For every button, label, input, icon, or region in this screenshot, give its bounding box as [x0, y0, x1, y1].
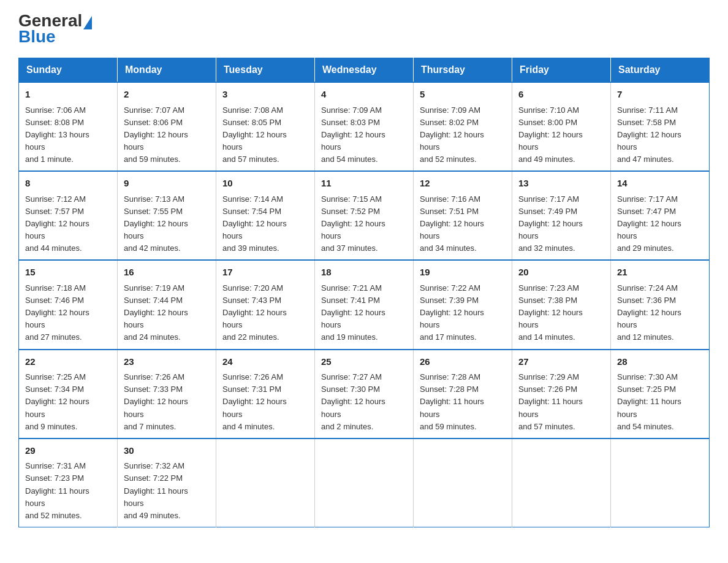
day-info: Sunrise: 7:13 AMSunset: 7:55 PMDaylight:… [124, 194, 188, 253]
day-info: Sunrise: 7:11 AMSunset: 7:58 PMDaylight:… [617, 105, 681, 164]
day-info: Sunrise: 7:32 AMSunset: 7:22 PMDaylight:… [124, 461, 188, 520]
header-monday: Monday [118, 58, 216, 83]
day-number: 27 [518, 355, 604, 369]
calendar-day-cell: 12 Sunrise: 7:16 AMSunset: 7:51 PMDaylig… [414, 171, 512, 260]
calendar-day-cell [315, 439, 414, 527]
day-info: Sunrise: 7:22 AMSunset: 7:39 PMDaylight:… [420, 283, 484, 342]
calendar-day-cell: 17 Sunrise: 7:20 AMSunset: 7:43 PMDaylig… [216, 260, 315, 349]
calendar-day-cell: 7 Sunrise: 7:11 AMSunset: 7:58 PMDayligh… [611, 82, 710, 171]
calendar-day-cell: 26 Sunrise: 7:28 AMSunset: 7:28 PMDaylig… [414, 350, 512, 439]
day-number: 16 [124, 266, 210, 280]
day-number: 23 [124, 355, 210, 369]
calendar-day-cell: 6 Sunrise: 7:10 AMSunset: 8:00 PMDayligh… [512, 82, 611, 171]
day-number: 30 [124, 444, 210, 458]
day-number: 2 [124, 88, 210, 102]
calendar-day-cell [414, 439, 512, 527]
calendar-day-cell: 2 Sunrise: 7:07 AMSunset: 8:06 PMDayligh… [118, 82, 216, 171]
calendar-day-cell: 22 Sunrise: 7:25 AMSunset: 7:34 PMDaylig… [19, 350, 118, 439]
calendar-day-cell: 29 Sunrise: 7:31 AMSunset: 7:23 PMDaylig… [19, 439, 118, 527]
day-number: 26 [420, 355, 506, 369]
calendar-day-cell: 10 Sunrise: 7:14 AMSunset: 7:54 PMDaylig… [216, 171, 315, 260]
day-info: Sunrise: 7:21 AMSunset: 7:41 PMDaylight:… [321, 283, 385, 342]
day-number: 6 [518, 88, 604, 102]
day-number: 1 [25, 88, 111, 102]
day-info: Sunrise: 7:15 AMSunset: 7:52 PMDaylight:… [321, 194, 385, 253]
calendar-day-cell [512, 439, 611, 527]
day-number: 28 [617, 355, 703, 369]
calendar-table: SundayMondayTuesdayWednesdayThursdayFrid… [18, 58, 710, 527]
day-info: Sunrise: 7:16 AMSunset: 7:51 PMDaylight:… [420, 194, 484, 253]
day-number: 8 [25, 177, 111, 191]
day-info: Sunrise: 7:10 AMSunset: 8:00 PMDaylight:… [518, 105, 583, 164]
header-wednesday: Wednesday [315, 58, 414, 83]
header-sunday: Sunday [19, 58, 118, 83]
day-number: 10 [222, 177, 308, 191]
day-number: 15 [25, 266, 111, 280]
header-friday: Friday [512, 58, 611, 83]
day-info: Sunrise: 7:08 AMSunset: 8:05 PMDaylight:… [222, 105, 287, 164]
day-number: 24 [222, 355, 308, 369]
day-info: Sunrise: 7:27 AMSunset: 7:30 PMDaylight:… [321, 372, 385, 431]
calendar-day-cell: 16 Sunrise: 7:19 AMSunset: 7:44 PMDaylig… [118, 260, 216, 349]
day-info: Sunrise: 7:23 AMSunset: 7:38 PMDaylight:… [518, 283, 583, 342]
day-info: Sunrise: 7:17 AMSunset: 7:47 PMDaylight:… [617, 194, 681, 253]
calendar-day-cell [216, 439, 315, 527]
day-info: Sunrise: 7:06 AMSunset: 8:08 PMDaylight:… [25, 105, 89, 164]
calendar-week-row: 22 Sunrise: 7:25 AMSunset: 7:34 PMDaylig… [19, 350, 710, 439]
day-number: 12 [420, 177, 506, 191]
day-number: 25 [321, 355, 407, 369]
day-info: Sunrise: 7:20 AMSunset: 7:43 PMDaylight:… [222, 283, 287, 342]
day-info: Sunrise: 7:24 AMSunset: 7:36 PMDaylight:… [617, 283, 681, 342]
day-info: Sunrise: 7:28 AMSunset: 7:28 PMDaylight:… [420, 372, 484, 431]
day-number: 4 [321, 88, 407, 102]
day-info: Sunrise: 7:26 AMSunset: 7:33 PMDaylight:… [124, 372, 188, 431]
day-number: 3 [222, 88, 308, 102]
day-number: 11 [321, 177, 407, 191]
day-number: 18 [321, 266, 407, 280]
header-thursday: Thursday [414, 58, 512, 83]
day-info: Sunrise: 7:19 AMSunset: 7:44 PMDaylight:… [124, 283, 188, 342]
calendar-day-cell: 15 Sunrise: 7:18 AMSunset: 7:46 PMDaylig… [19, 260, 118, 349]
calendar-day-cell: 24 Sunrise: 7:26 AMSunset: 7:31 PMDaylig… [216, 350, 315, 439]
logo: General Blue [18, 12, 92, 45]
day-number: 22 [25, 355, 111, 369]
calendar-day-cell: 8 Sunrise: 7:12 AMSunset: 7:57 PMDayligh… [19, 171, 118, 260]
day-number: 5 [420, 88, 506, 102]
page-header: General Blue [18, 12, 710, 45]
calendar-week-row: 29 Sunrise: 7:31 AMSunset: 7:23 PMDaylig… [19, 439, 710, 527]
calendar-day-cell: 19 Sunrise: 7:22 AMSunset: 7:39 PMDaylig… [414, 260, 512, 349]
day-info: Sunrise: 7:09 AMSunset: 8:02 PMDaylight:… [420, 105, 484, 164]
day-info: Sunrise: 7:09 AMSunset: 8:03 PMDaylight:… [321, 105, 385, 164]
calendar-day-cell: 3 Sunrise: 7:08 AMSunset: 8:05 PMDayligh… [216, 82, 315, 171]
day-info: Sunrise: 7:18 AMSunset: 7:46 PMDaylight:… [25, 283, 89, 342]
calendar-day-cell: 14 Sunrise: 7:17 AMSunset: 7:47 PMDaylig… [611, 171, 710, 260]
header-tuesday: Tuesday [216, 58, 315, 83]
calendar-day-cell: 30 Sunrise: 7:32 AMSunset: 7:22 PMDaylig… [118, 439, 216, 527]
day-number: 13 [518, 177, 604, 191]
calendar-day-cell: 13 Sunrise: 7:17 AMSunset: 7:49 PMDaylig… [512, 171, 611, 260]
day-info: Sunrise: 7:29 AMSunset: 7:26 PMDaylight:… [518, 372, 583, 431]
day-info: Sunrise: 7:07 AMSunset: 8:06 PMDaylight:… [124, 105, 188, 164]
calendar-day-cell [611, 439, 710, 527]
calendar-day-cell: 9 Sunrise: 7:13 AMSunset: 7:55 PMDayligh… [118, 171, 216, 260]
day-number: 9 [124, 177, 210, 191]
calendar-day-cell: 27 Sunrise: 7:29 AMSunset: 7:26 PMDaylig… [512, 350, 611, 439]
day-number: 17 [222, 266, 308, 280]
calendar-day-cell: 21 Sunrise: 7:24 AMSunset: 7:36 PMDaylig… [611, 260, 710, 349]
header-saturday: Saturday [611, 58, 710, 83]
day-info: Sunrise: 7:31 AMSunset: 7:23 PMDaylight:… [25, 461, 89, 520]
day-info: Sunrise: 7:14 AMSunset: 7:54 PMDaylight:… [222, 194, 287, 253]
day-number: 14 [617, 177, 703, 191]
calendar-day-cell: 20 Sunrise: 7:23 AMSunset: 7:38 PMDaylig… [512, 260, 611, 349]
calendar-day-cell: 25 Sunrise: 7:27 AMSunset: 7:30 PMDaylig… [315, 350, 414, 439]
calendar-day-cell: 18 Sunrise: 7:21 AMSunset: 7:41 PMDaylig… [315, 260, 414, 349]
calendar-day-cell: 11 Sunrise: 7:15 AMSunset: 7:52 PMDaylig… [315, 171, 414, 260]
day-number: 21 [617, 266, 703, 280]
calendar-week-row: 1 Sunrise: 7:06 AMSunset: 8:08 PMDayligh… [19, 82, 710, 171]
day-info: Sunrise: 7:12 AMSunset: 7:57 PMDaylight:… [25, 194, 89, 253]
calendar-header-row: SundayMondayTuesdayWednesdayThursdayFrid… [19, 58, 710, 83]
day-number: 7 [617, 88, 703, 102]
calendar-day-cell: 4 Sunrise: 7:09 AMSunset: 8:03 PMDayligh… [315, 82, 414, 171]
day-info: Sunrise: 7:17 AMSunset: 7:49 PMDaylight:… [518, 194, 583, 253]
day-number: 20 [518, 266, 604, 280]
